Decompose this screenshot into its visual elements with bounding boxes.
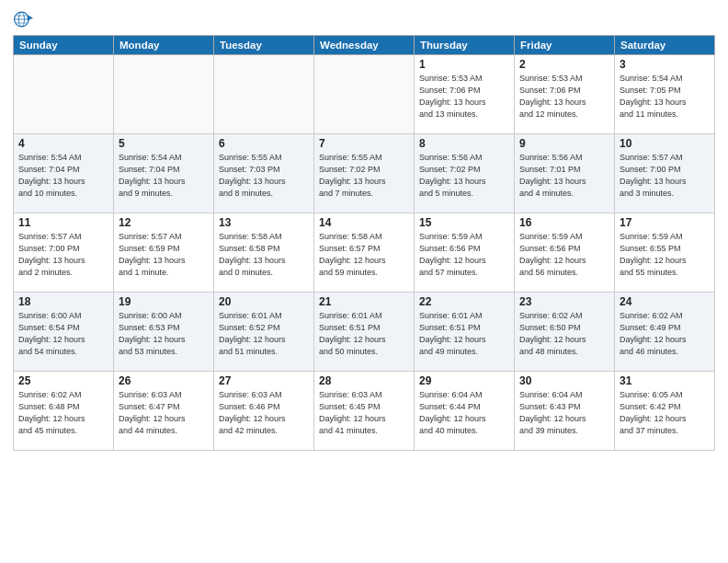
day-number: 24 [620,295,710,308]
day-number: 5 [119,137,209,150]
calendar-week-3: 18Sunrise: 6:00 AM Sunset: 6:54 PM Dayli… [14,293,715,372]
calendar-week-2: 11Sunrise: 5:57 AM Sunset: 7:00 PM Dayli… [14,213,715,293]
day-info: Sunrise: 6:01 AM Sunset: 6:51 PM Dayligh… [419,310,509,358]
day-number: 23 [519,295,609,308]
day-info: Sunrise: 5:57 AM Sunset: 6:59 PM Dayligh… [119,231,209,279]
day-info: Sunrise: 6:02 AM Sunset: 6:49 PM Dayligh… [620,310,710,358]
weekday-header-monday: Monday [114,36,214,55]
day-info: Sunrise: 5:53 AM Sunset: 7:06 PM Dayligh… [419,73,509,121]
day-info: Sunrise: 6:00 AM Sunset: 6:54 PM Dayligh… [18,310,108,358]
calendar-cell-2-3: 14Sunrise: 5:58 AM Sunset: 6:57 PM Dayli… [314,213,415,293]
day-info: Sunrise: 5:56 AM Sunset: 7:01 PM Dayligh… [519,152,609,200]
day-info: Sunrise: 5:56 AM Sunset: 7:02 PM Dayligh… [419,152,509,200]
day-info: Sunrise: 5:59 AM Sunset: 6:56 PM Dayligh… [519,231,609,279]
day-info: Sunrise: 5:55 AM Sunset: 7:02 PM Dayligh… [319,152,409,200]
day-info: Sunrise: 6:03 AM Sunset: 6:46 PM Dayligh… [219,389,309,437]
calendar-cell-2-2: 13Sunrise: 5:58 AM Sunset: 6:58 PM Dayli… [214,213,314,293]
day-info: Sunrise: 6:04 AM Sunset: 6:43 PM Dayligh… [519,389,609,437]
day-number: 4 [18,137,108,150]
day-info: Sunrise: 5:59 AM Sunset: 6:55 PM Dayligh… [620,231,710,279]
calendar-cell-1-3: 7Sunrise: 5:55 AM Sunset: 7:02 PM Daylig… [314,134,415,213]
day-number: 19 [119,295,209,308]
day-number: 21 [319,295,409,308]
calendar-cell-1-4: 8Sunrise: 5:56 AM Sunset: 7:02 PM Daylig… [415,134,515,213]
calendar-cell-3-5: 23Sunrise: 6:02 AM Sunset: 6:50 PM Dayli… [515,293,615,372]
calendar-week-4: 25Sunrise: 6:02 AM Sunset: 6:48 PM Dayli… [14,372,715,451]
day-number: 29 [419,374,509,387]
calendar-cell-2-4: 15Sunrise: 5:59 AM Sunset: 6:56 PM Dayli… [415,213,515,293]
weekday-header-sunday: Sunday [14,36,114,55]
calendar-cell-1-5: 9Sunrise: 5:56 AM Sunset: 7:01 PM Daylig… [515,134,615,213]
day-info: Sunrise: 5:54 AM Sunset: 7:04 PM Dayligh… [119,152,209,200]
day-number: 18 [18,295,108,308]
weekday-header-saturday: Saturday [615,36,715,55]
day-number: 22 [419,295,509,308]
day-info: Sunrise: 5:58 AM Sunset: 6:58 PM Dayligh… [219,231,309,279]
day-info: Sunrise: 6:03 AM Sunset: 6:47 PM Dayligh… [119,389,209,437]
calendar-cell-2-1: 12Sunrise: 5:57 AM Sunset: 6:59 PM Dayli… [114,213,214,293]
weekday-header-tuesday: Tuesday [214,36,314,55]
day-info: Sunrise: 5:57 AM Sunset: 7:00 PM Dayligh… [620,152,710,200]
logo-icon [13,9,33,29]
day-number: 26 [119,374,209,387]
calendar-week-1: 4Sunrise: 5:54 AM Sunset: 7:04 PM Daylig… [14,134,715,213]
calendar-cell-2-0: 11Sunrise: 5:57 AM Sunset: 7:00 PM Dayli… [14,213,114,293]
calendar-cell-4-2: 27Sunrise: 6:03 AM Sunset: 6:46 PM Dayli… [214,372,314,451]
day-info: Sunrise: 5:59 AM Sunset: 6:56 PM Dayligh… [419,231,509,279]
calendar-cell-2-6: 17Sunrise: 5:59 AM Sunset: 6:55 PM Dayli… [615,213,715,293]
calendar-cell-4-5: 30Sunrise: 6:04 AM Sunset: 6:43 PM Dayli… [515,372,615,451]
day-info: Sunrise: 5:53 AM Sunset: 7:06 PM Dayligh… [519,73,609,121]
day-number: 27 [219,374,309,387]
calendar-cell-0-1 [114,55,214,134]
calendar-header-row: SundayMondayTuesdayWednesdayThursdayFrid… [14,36,715,55]
day-number: 9 [519,137,609,150]
weekday-header-thursday: Thursday [415,36,515,55]
calendar-cell-1-2: 6Sunrise: 5:55 AM Sunset: 7:03 PM Daylig… [214,134,314,213]
calendar-cell-1-0: 4Sunrise: 5:54 AM Sunset: 7:04 PM Daylig… [14,134,114,213]
day-info: Sunrise: 6:00 AM Sunset: 6:53 PM Dayligh… [119,310,209,358]
day-number: 3 [620,58,710,71]
day-number: 1 [419,58,509,71]
day-info: Sunrise: 5:55 AM Sunset: 7:03 PM Dayligh… [219,152,309,200]
day-number: 2 [519,58,609,71]
day-number: 12 [119,216,209,229]
day-info: Sunrise: 5:57 AM Sunset: 7:00 PM Dayligh… [18,231,108,279]
day-info: Sunrise: 6:01 AM Sunset: 6:52 PM Dayligh… [219,310,309,358]
day-number: 25 [18,374,108,387]
calendar-cell-4-3: 28Sunrise: 6:03 AM Sunset: 6:45 PM Dayli… [314,372,415,451]
calendar-cell-0-5: 2Sunrise: 5:53 AM Sunset: 7:06 PM Daylig… [515,55,615,134]
calendar-cell-0-3 [314,55,415,134]
day-number: 16 [519,216,609,229]
calendar-cell-4-0: 25Sunrise: 6:02 AM Sunset: 6:48 PM Dayli… [14,372,114,451]
calendar-cell-4-1: 26Sunrise: 6:03 AM Sunset: 6:47 PM Dayli… [114,372,214,451]
calendar-cell-0-0 [14,55,114,134]
day-info: Sunrise: 6:03 AM Sunset: 6:45 PM Dayligh… [319,389,409,437]
calendar-week-0: 1Sunrise: 5:53 AM Sunset: 7:06 PM Daylig… [14,55,715,134]
calendar-cell-3-3: 21Sunrise: 6:01 AM Sunset: 6:51 PM Dayli… [314,293,415,372]
day-number: 31 [620,374,710,387]
calendar-cell-3-4: 22Sunrise: 6:01 AM Sunset: 6:51 PM Dayli… [415,293,515,372]
calendar-table: SundayMondayTuesdayWednesdayThursdayFrid… [13,35,715,451]
day-number: 15 [419,216,509,229]
day-number: 6 [219,137,309,150]
page: SundayMondayTuesdayWednesdayThursdayFrid… [0,0,728,563]
header [13,9,715,29]
day-info: Sunrise: 5:58 AM Sunset: 6:57 PM Dayligh… [319,231,409,279]
calendar-cell-3-1: 19Sunrise: 6:00 AM Sunset: 6:53 PM Dayli… [114,293,214,372]
day-info: Sunrise: 5:54 AM Sunset: 7:05 PM Dayligh… [620,73,710,121]
day-number: 20 [219,295,309,308]
weekday-header-wednesday: Wednesday [314,36,415,55]
day-info: Sunrise: 5:54 AM Sunset: 7:04 PM Dayligh… [18,152,108,200]
calendar-cell-4-6: 31Sunrise: 6:05 AM Sunset: 6:42 PM Dayli… [615,372,715,451]
day-number: 14 [319,216,409,229]
calendar-cell-0-4: 1Sunrise: 5:53 AM Sunset: 7:06 PM Daylig… [415,55,515,134]
calendar-cell-1-6: 10Sunrise: 5:57 AM Sunset: 7:00 PM Dayli… [615,134,715,213]
day-number: 7 [319,137,409,150]
day-number: 13 [219,216,309,229]
day-number: 10 [620,137,710,150]
logo [13,9,35,29]
calendar-cell-0-6: 3Sunrise: 5:54 AM Sunset: 7:05 PM Daylig… [615,55,715,134]
day-number: 11 [18,216,108,229]
calendar-cell-0-2 [214,55,314,134]
day-info: Sunrise: 6:05 AM Sunset: 6:42 PM Dayligh… [620,389,710,437]
